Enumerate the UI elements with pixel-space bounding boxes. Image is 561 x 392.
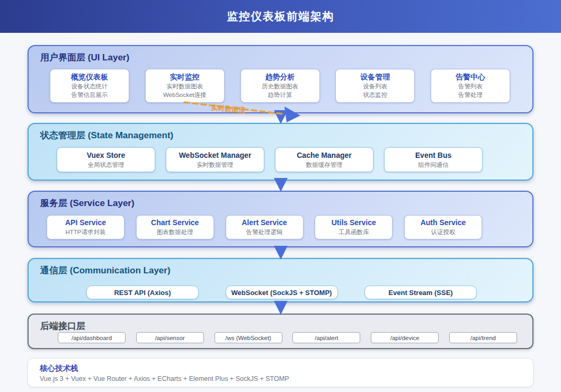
communication-layer: 通信层 (Communication Layer) REST API (Axio… [28,258,533,302]
card-title: Chart Service [137,218,213,228]
card-subtitle: 告警处理逻辑 [226,228,303,237]
card-title: 趋势分析 [241,72,319,82]
endpoint-ws-websocket: /ws (WebSocket) [215,332,282,343]
card-subtitle: 趋势计算 [241,91,319,100]
card-vuex-store: Vuex Store 全局状态管理 [57,147,155,172]
card-subtitle: 组件间通信 [385,161,482,170]
state-layer-title: 状态管理层 (State Management) [40,129,173,141]
card-cache-manager: Cache Manager 数据缓存管理 [275,147,373,172]
card-chart-service: Chart Service 图表数据处理 [136,215,214,239]
card-device-management: 设备管理 设备列表 状态监控 [335,69,415,103]
card-title: 设备管理 [336,72,414,82]
card-title: 实时监控 [146,72,224,82]
header-banner: 监控仪表板前端架构 [0,0,561,33]
down-arrow-icon [274,301,288,315]
page-title: 监控仪表板前端架构 [227,9,334,24]
card-title: Auth Service [405,218,482,228]
card-subtitle: 状态监控 [336,91,414,100]
card-subtitle: 工具函数库 [315,228,392,237]
card-title: 概览仪表板 [50,72,129,82]
communication-layer-pills: REST API (Axios) WebSocket (SockJS + STO… [29,286,532,299]
card-title: Cache Manager [275,150,373,161]
card-subtitle: 实时数据管理 [166,161,264,170]
pill-rest-api: REST API (Axios) [86,286,199,299]
card-title: Event Bus [385,150,482,161]
state-management-layer: 状态管理层 (State Management) Vuex Store 全局状态… [28,123,533,181]
card-websocket-manager: WebSocket Manager 实时数据管理 [166,147,264,172]
card-realtime-monitor: 实时监控 实时数据图表 WebSocket连接 [145,69,225,103]
card-subtitle: 设备状态统计 [50,82,129,91]
card-subtitle: 数据缓存管理 [275,161,373,170]
card-alert-center: 告警中心 告警列表 告警处理 [431,69,510,103]
card-subtitle: 设备列表 [336,82,414,91]
card-title: Utils Service [315,218,392,228]
endpoint-api-dashboard: /api/dashboard [58,332,126,343]
ui-layer-cards: 概览仪表板 设备状态统计 告警信息展示 实时监控 实时数据图表 WebSocke… [29,69,532,103]
card-auth-service: Auth Service 认证授权 [404,215,482,239]
card-event-bus: Event Bus 组件间通信 [384,147,483,172]
card-subtitle: 告警信息展示 [50,91,129,100]
card-title: WebSocket Manager [166,150,264,161]
tech-stack-title: 核心技术栈 [40,363,521,373]
backend-layer-title: 后端接口层 [40,320,85,332]
down-arrow-icon [274,246,288,260]
card-title: Vuex Store [57,150,155,161]
endpoint-api-alert: /api/alert [292,332,360,343]
card-subtitle: 告警列表 [431,82,510,91]
card-title: API Service [47,218,124,228]
card-title: 告警中心 [431,72,510,82]
endpoint-api-device: /api/device [371,332,439,343]
ui-layer-title: 用户界面层 (UI Layer) [40,51,129,64]
service-layer-cards: API Service HTTP请求封装 Chart Service 图表数据处… [29,215,532,239]
endpoint-api-sensor: /api/sensor [136,332,204,343]
card-subtitle: 全局状态管理 [57,161,155,170]
tech-stack-card: 核心技术栈 Vue.js 3 + Vuex + Vue Router + Axi… [28,358,533,387]
card-subtitle: HTTP请求封装 [47,228,124,237]
card-subtitle: 实时数据图表 [146,82,224,91]
card-api-service: API Service HTTP请求封装 [47,215,124,239]
tech-stack-items: Vue.js 3 + Vuex + Vue Router + Axios + E… [40,375,521,382]
service-layer: 服务层 (Service Layer) API Service HTTP请求封装… [28,191,533,247]
card-subtitle: 图表数据处理 [137,228,213,237]
card-utils-service: Utils Service 工具函数库 [315,215,393,239]
card-overview-dashboard: 概览仪表板 设备状态统计 告警信息展示 [50,69,129,103]
state-layer-cards: Vuex Store 全局状态管理 WebSocket Manager 实时数据… [29,147,532,172]
ui-layer: 用户界面层 (UI Layer) 概览仪表板 设备状态统计 告警信息展示 实时监… [28,45,533,113]
backend-endpoints: /api/dashboard /api/sensor /ws (WebSocke… [29,332,532,343]
endpoint-api-trend: /api/trend [449,332,517,343]
down-arrow-icon [274,178,288,192]
architecture-diagram: 监控仪表板前端架构 用户界面层 (UI Layer) 概览仪表板 设备状态统计 … [0,0,561,392]
card-subtitle: 认证授权 [405,228,482,237]
card-alert-service: Alert Service 告警处理逻辑 [226,215,304,239]
pill-websocket: WebSocket (SockJS + STOMP) [226,286,338,299]
communication-layer-title: 通信层 (Communication Layer) [40,264,171,277]
backend-interface-layer: 后端接口层 /api/dashboard /api/sensor /ws (We… [28,314,533,349]
card-trend-analysis: 趋势分析 历史数据图表 趋势计算 [241,69,320,103]
service-layer-title: 服务层 (Service Layer) [40,197,135,209]
card-subtitle: 告警处理 [431,91,510,100]
card-title: Alert Service [226,218,303,228]
card-subtitle: 历史数据图表 [241,82,319,91]
pill-event-stream: Event Stream (SSE) [364,286,477,299]
down-arrow-icon [274,110,288,124]
card-subtitle: WebSocket连接 [146,91,224,100]
